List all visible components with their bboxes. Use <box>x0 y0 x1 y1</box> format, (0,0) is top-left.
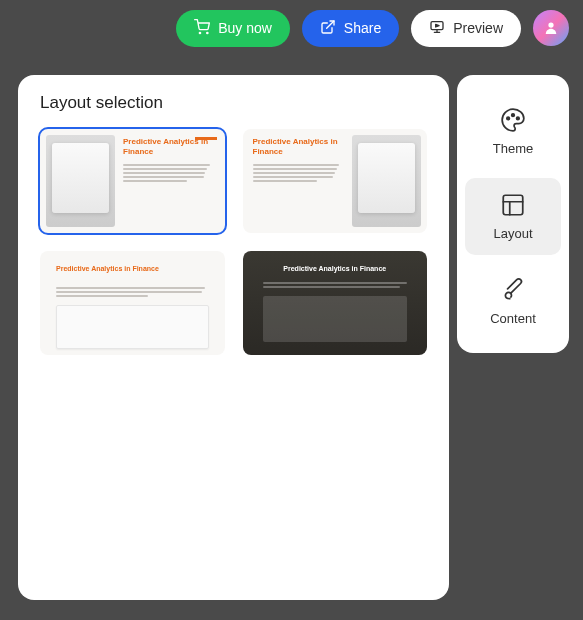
layout-thumbnail-title: Predictive Analytics in Finance <box>56 265 209 273</box>
sidebar-item-label: Content <box>490 311 536 326</box>
buy-now-button[interactable]: Buy now <box>176 10 290 47</box>
palette-icon <box>500 107 526 133</box>
main-content: Layout selection Predictive Analytics in… <box>18 75 569 600</box>
svg-point-0 <box>199 32 200 33</box>
layout-grid: Predictive Analytics in Finance Predicti… <box>40 129 427 355</box>
buy-now-label: Buy now <box>218 20 272 36</box>
user-avatar[interactable] <box>533 10 569 46</box>
svg-point-8 <box>512 114 515 117</box>
sidebar-item-content[interactable]: Content <box>465 263 561 340</box>
svg-point-7 <box>507 117 510 120</box>
svg-point-1 <box>207 32 208 33</box>
top-toolbar: Buy now Share Preview <box>0 0 583 56</box>
preview-label: Preview <box>453 20 503 36</box>
layout-option-2[interactable]: Predictive Analytics in Finance <box>243 129 428 233</box>
layout-thumbnail-body <box>123 164 215 184</box>
preview-icon <box>429 19 445 38</box>
layout-thumbnail-body <box>263 282 407 290</box>
sidebar-item-theme[interactable]: Theme <box>465 93 561 170</box>
layout-selection-panel: Layout selection Predictive Analytics in… <box>18 75 449 600</box>
layout-thumbnail-image <box>263 296 407 342</box>
svg-marker-3 <box>436 24 439 27</box>
cart-icon <box>194 19 210 38</box>
user-icon <box>542 19 560 37</box>
brush-icon <box>500 277 526 303</box>
sidebar-item-label: Layout <box>493 226 532 241</box>
layout-thumbnail-body <box>56 287 209 299</box>
layout-thumbnail-image <box>46 135 115 227</box>
share-icon <box>320 19 336 38</box>
layout-thumbnail-body <box>253 164 345 184</box>
layout-thumbnail-title: Predictive Analytics in Finance <box>253 137 345 156</box>
svg-point-6 <box>548 22 553 27</box>
share-label: Share <box>344 20 381 36</box>
svg-point-9 <box>517 117 520 120</box>
panel-title: Layout selection <box>40 93 427 113</box>
layout-icon <box>500 192 526 218</box>
layout-thumbnail-title: Predictive Analytics in Finance <box>123 137 215 156</box>
layout-thumbnail-table <box>56 305 209 349</box>
layout-option-3[interactable]: Predictive Analytics in Finance <box>40 251 225 355</box>
sidebar-item-layout[interactable]: Layout <box>465 178 561 255</box>
layout-option-1[interactable]: Predictive Analytics in Finance <box>40 129 225 233</box>
share-button[interactable]: Share <box>302 10 399 47</box>
layout-option-4[interactable]: Predictive Analytics in Finance <box>243 251 428 355</box>
right-sidebar: Theme Layout Content <box>457 75 569 353</box>
sidebar-item-label: Theme <box>493 141 533 156</box>
layout-thumbnail-image <box>352 135 421 227</box>
layout-thumbnail-title: Predictive Analytics in Finance <box>283 265 386 272</box>
preview-button[interactable]: Preview <box>411 10 521 47</box>
svg-rect-10 <box>503 195 523 215</box>
